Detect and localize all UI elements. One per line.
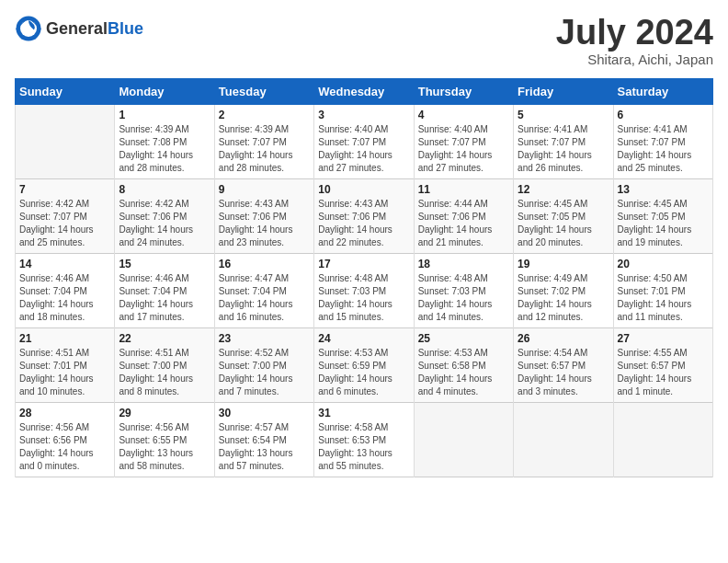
- day-header-saturday: Saturday: [613, 79, 712, 105]
- calendar-cell: [16, 105, 115, 179]
- cell-info: Sunrise: 4:55 AMSunset: 6:57 PMDaylight:…: [618, 347, 709, 398]
- calendar-cell: 10Sunrise: 4:43 AMSunset: 7:06 PMDayligh…: [314, 179, 414, 254]
- cell-info: Sunrise: 4:47 AMSunset: 7:04 PMDaylight:…: [219, 272, 310, 324]
- calendar-cell: 11Sunrise: 4:44 AMSunset: 7:06 PMDayligh…: [414, 179, 513, 254]
- day-number: 23: [219, 332, 310, 345]
- logo-text-general: General: [46, 19, 108, 38]
- cell-info: Sunrise: 4:46 AMSunset: 7:04 PMDaylight:…: [119, 272, 210, 324]
- calendar-cell: 24Sunrise: 4:53 AMSunset: 6:59 PMDayligh…: [314, 328, 414, 403]
- calendar-cell: 15Sunrise: 4:46 AMSunset: 7:04 PMDayligh…: [115, 254, 214, 328]
- calendar-week-4: 28Sunrise: 4:56 AMSunset: 6:56 PMDayligh…: [16, 403, 713, 477]
- calendar-cell: 1Sunrise: 4:39 AMSunset: 7:08 PMDaylight…: [115, 105, 214, 179]
- cell-info: Sunrise: 4:51 AMSunset: 7:01 PMDaylight:…: [19, 347, 110, 398]
- days-header-row: SundayMondayTuesdayWednesdayThursdayFrid…: [16, 79, 713, 105]
- page-header: GeneralBlue July 2024 Shitara, Aichi, Ja…: [15, 15, 713, 67]
- cell-info: Sunrise: 4:49 AMSunset: 7:02 PMDaylight:…: [518, 272, 609, 324]
- cell-info: Sunrise: 4:41 AMSunset: 7:07 PMDaylight:…: [518, 123, 609, 175]
- calendar-cell: 20Sunrise: 4:50 AMSunset: 7:01 PMDayligh…: [613, 254, 712, 328]
- day-header-tuesday: Tuesday: [214, 79, 313, 105]
- title-area: July 2024 Shitara, Aichi, Japan: [556, 15, 713, 67]
- calendar-week-2: 14Sunrise: 4:46 AMSunset: 7:04 PMDayligh…: [16, 254, 713, 328]
- cell-info: Sunrise: 4:58 AMSunset: 6:53 PMDaylight:…: [318, 421, 409, 473]
- calendar-cell: [514, 403, 613, 477]
- cell-info: Sunrise: 4:40 AMSunset: 7:07 PMDaylight:…: [418, 123, 509, 175]
- calendar-cell: 18Sunrise: 4:48 AMSunset: 7:03 PMDayligh…: [414, 254, 513, 328]
- calendar-cell: 19Sunrise: 4:49 AMSunset: 7:02 PMDayligh…: [514, 254, 613, 328]
- day-number: 14: [19, 258, 110, 270]
- day-number: 26: [518, 332, 609, 345]
- day-number: 29: [119, 407, 210, 419]
- day-number: 2: [219, 109, 310, 121]
- cell-info: Sunrise: 4:43 AMSunset: 7:06 PMDaylight:…: [219, 198, 310, 249]
- calendar-cell: 22Sunrise: 4:51 AMSunset: 7:00 PMDayligh…: [115, 328, 214, 403]
- day-number: 20: [618, 258, 709, 270]
- cell-info: Sunrise: 4:56 AMSunset: 6:56 PMDaylight:…: [19, 421, 110, 473]
- cell-info: Sunrise: 4:50 AMSunset: 7:01 PMDaylight:…: [618, 272, 709, 324]
- day-number: 15: [119, 258, 210, 270]
- calendar-week-0: 1Sunrise: 4:39 AMSunset: 7:08 PMDaylight…: [16, 105, 713, 179]
- day-number: 3: [318, 109, 409, 121]
- day-number: 19: [518, 258, 609, 270]
- calendar-cell: 9Sunrise: 4:43 AMSunset: 7:06 PMDaylight…: [214, 179, 313, 254]
- cell-info: Sunrise: 4:46 AMSunset: 7:04 PMDaylight:…: [19, 272, 110, 324]
- day-header-sunday: Sunday: [16, 79, 115, 105]
- calendar-cell: 26Sunrise: 4:54 AMSunset: 6:57 PMDayligh…: [514, 328, 613, 403]
- calendar-cell: 4Sunrise: 4:40 AMSunset: 7:07 PMDaylight…: [414, 105, 513, 179]
- day-number: 13: [618, 183, 709, 196]
- day-number: 30: [219, 407, 310, 419]
- cell-info: Sunrise: 4:53 AMSunset: 6:59 PMDaylight:…: [318, 347, 409, 398]
- day-number: 24: [318, 332, 409, 345]
- day-number: 4: [418, 109, 509, 121]
- cell-info: Sunrise: 4:45 AMSunset: 7:05 PMDaylight:…: [618, 198, 709, 249]
- calendar-body: 1Sunrise: 4:39 AMSunset: 7:08 PMDaylight…: [16, 105, 713, 477]
- cell-info: Sunrise: 4:53 AMSunset: 6:58 PMDaylight:…: [418, 347, 509, 398]
- calendar-cell: 31Sunrise: 4:58 AMSunset: 6:53 PMDayligh…: [314, 403, 414, 477]
- location-subtitle: Shitara, Aichi, Japan: [556, 52, 713, 67]
- calendar-cell: [613, 403, 712, 477]
- cell-info: Sunrise: 4:40 AMSunset: 7:07 PMDaylight:…: [318, 123, 409, 175]
- day-number: 18: [418, 258, 509, 270]
- logo: GeneralBlue: [15, 15, 143, 42]
- cell-info: Sunrise: 4:45 AMSunset: 7:05 PMDaylight:…: [518, 198, 609, 249]
- day-header-thursday: Thursday: [414, 79, 513, 105]
- day-number: 25: [418, 332, 509, 345]
- day-number: 27: [618, 332, 709, 345]
- calendar-cell: 17Sunrise: 4:48 AMSunset: 7:03 PMDayligh…: [314, 254, 414, 328]
- day-number: 11: [418, 183, 509, 196]
- calendar-cell: 12Sunrise: 4:45 AMSunset: 7:05 PMDayligh…: [514, 179, 613, 254]
- calendar-header: SundayMondayTuesdayWednesdayThursdayFrid…: [16, 79, 713, 105]
- calendar-week-3: 21Sunrise: 4:51 AMSunset: 7:01 PMDayligh…: [16, 328, 713, 403]
- calendar-cell: 7Sunrise: 4:42 AMSunset: 7:07 PMDaylight…: [16, 179, 115, 254]
- day-number: 21: [19, 332, 110, 345]
- day-number: 16: [219, 258, 310, 270]
- calendar-cell: 13Sunrise: 4:45 AMSunset: 7:05 PMDayligh…: [613, 179, 712, 254]
- cell-info: Sunrise: 4:39 AMSunset: 7:07 PMDaylight:…: [219, 123, 310, 175]
- logo-text-blue: Blue: [108, 19, 143, 38]
- cell-info: Sunrise: 4:57 AMSunset: 6:54 PMDaylight:…: [219, 421, 310, 473]
- calendar-cell: 5Sunrise: 4:41 AMSunset: 7:07 PMDaylight…: [514, 105, 613, 179]
- day-header-friday: Friday: [514, 79, 613, 105]
- day-number: 6: [618, 109, 709, 121]
- calendar-cell: 21Sunrise: 4:51 AMSunset: 7:01 PMDayligh…: [16, 328, 115, 403]
- calendar-cell: 8Sunrise: 4:42 AMSunset: 7:06 PMDaylight…: [115, 179, 214, 254]
- day-number: 5: [518, 109, 609, 121]
- day-number: 12: [518, 183, 609, 196]
- calendar-cell: 14Sunrise: 4:46 AMSunset: 7:04 PMDayligh…: [16, 254, 115, 328]
- cell-info: Sunrise: 4:41 AMSunset: 7:07 PMDaylight:…: [618, 123, 709, 175]
- day-number: 22: [119, 332, 210, 345]
- calendar-cell: 2Sunrise: 4:39 AMSunset: 7:07 PMDaylight…: [214, 105, 313, 179]
- cell-info: Sunrise: 4:52 AMSunset: 7:00 PMDaylight:…: [219, 347, 310, 398]
- calendar-cell: 28Sunrise: 4:56 AMSunset: 6:56 PMDayligh…: [16, 403, 115, 477]
- day-number: 10: [318, 183, 409, 196]
- day-number: 1: [119, 109, 210, 121]
- day-number: 9: [219, 183, 310, 196]
- day-number: 8: [119, 183, 210, 196]
- calendar-table: SundayMondayTuesdayWednesdayThursdayFrid…: [15, 78, 713, 477]
- day-number: 7: [19, 183, 110, 196]
- day-number: 17: [318, 258, 409, 270]
- calendar-cell: 3Sunrise: 4:40 AMSunset: 7:07 PMDaylight…: [314, 105, 414, 179]
- calendar-cell: 25Sunrise: 4:53 AMSunset: 6:58 PMDayligh…: [414, 328, 513, 403]
- calendar-cell: [414, 403, 513, 477]
- calendar-cell: 27Sunrise: 4:55 AMSunset: 6:57 PMDayligh…: [613, 328, 712, 403]
- cell-info: Sunrise: 4:54 AMSunset: 6:57 PMDaylight:…: [518, 347, 609, 398]
